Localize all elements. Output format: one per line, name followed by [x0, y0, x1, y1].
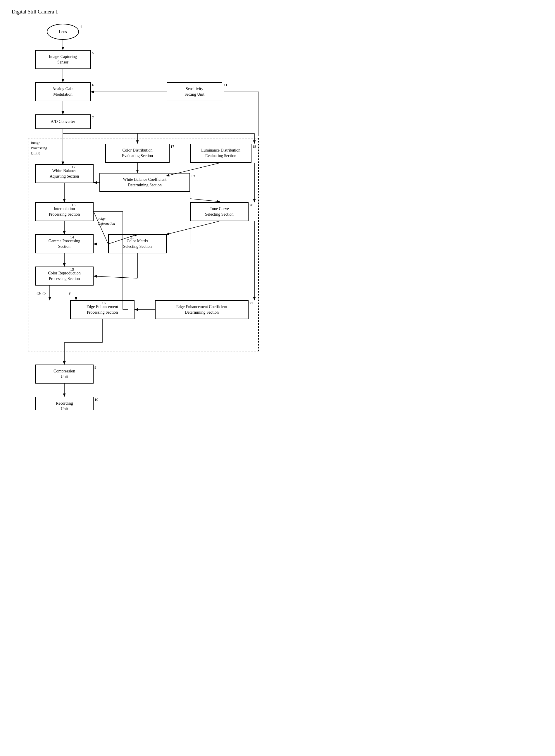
ics-ref: 5: [92, 51, 94, 55]
compression-node: Compression Unit: [35, 364, 94, 384]
color-matrix-node: Color Matrix Selecting Section: [108, 234, 167, 253]
interpolation-node: Interpolation Processing Section: [35, 202, 94, 221]
tone-curve-node: Tone Curve Selecting Section: [190, 202, 249, 221]
ag-ref: 6: [92, 83, 94, 87]
edge-information-label: Edge Information: [98, 217, 115, 226]
color-repro-node: Color Reproduction Processing Section: [35, 267, 94, 285]
ad-converter-node: A/D Converter: [35, 114, 91, 129]
recording-node: Recording Unit: [35, 397, 94, 410]
image-capturing-sensor-node: Image-Capturing Sensor: [35, 50, 91, 69]
cm-ref: 21: [130, 235, 134, 240]
color-dist-eval-node: Color Distribution Evaluating Section: [105, 144, 170, 163]
y-label: Y: [69, 292, 71, 296]
page-title: Digital Still Camera 1: [12, 9, 266, 15]
sensitivity-setting-node: Sensitivity Setting Unit: [167, 82, 222, 101]
interp-ref: 13: [72, 203, 76, 207]
diagram-container: Lens 4 Image-Capturing Sensor 5 Analog G…: [12, 21, 263, 401]
eep-ref: 16: [102, 301, 105, 306]
adc-ref: 7: [92, 115, 94, 120]
wbc-ref: 19: [191, 173, 195, 178]
ss-ref: 11: [224, 83, 227, 87]
lens-node: Lens: [47, 24, 79, 40]
white-balance-coeff-node: White Balance Coefficient Determining Se…: [99, 173, 190, 192]
gamma-node: Gamma Processing Section: [35, 234, 94, 253]
analog-gain-node: Analog Gain Modulation: [35, 82, 91, 101]
rec-ref: 10: [94, 397, 98, 402]
eec-ref: 22: [249, 301, 253, 306]
white-balance-adj-node: White Balance Adjusting Section: [35, 164, 94, 183]
image-processing-label: Image Processing Unit 8: [31, 140, 47, 156]
wba-ref: 12: [72, 165, 76, 169]
cde-ref: 17: [170, 144, 174, 149]
luminance-dist-eval-node: Luminance Distribution Evaluating Sectio…: [190, 144, 252, 163]
lde-ref: 18: [252, 144, 256, 149]
comp-ref: 9: [94, 365, 96, 370]
tc-ref: 20: [249, 203, 253, 207]
cb-cr-label: Cb, Cr: [37, 292, 46, 296]
lens-ref: 4: [80, 24, 82, 29]
cr-ref: 15: [70, 267, 74, 272]
edge-enhance-coeff-node: Edge Enhancement Coefficient Determining…: [155, 300, 249, 319]
gamma-ref: 14: [70, 235, 74, 240]
